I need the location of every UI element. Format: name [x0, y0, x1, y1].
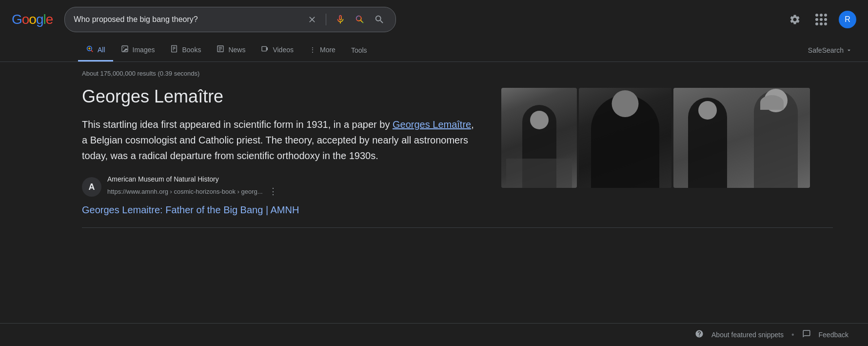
search-divider [326, 14, 326, 25]
source-options-button[interactable]: ⋮ [267, 184, 279, 199]
search-bar[interactable]: Who proposed the big bang theory? [64, 7, 396, 32]
source-favicon: A [82, 177, 101, 197]
tab-news[interactable]: News [209, 39, 253, 61]
tab-more-label: More [320, 46, 335, 54]
voice-search-button[interactable] [333, 12, 348, 27]
feedback-label: Feedback [819, 331, 848, 339]
tab-all[interactable]: All [78, 39, 113, 61]
snippet-body-text-before: This startling idea first appeared in sc… [82, 119, 393, 130]
feedback-link[interactable]: Feedback [819, 331, 848, 339]
snippet-image-2[interactable] [579, 88, 671, 188]
svg-point-2 [123, 47, 124, 48]
books-icon [170, 45, 178, 54]
images-icon [121, 45, 129, 54]
videos-icon [261, 45, 269, 54]
apps-button[interactable] [812, 11, 830, 28]
news-icon [217, 45, 224, 54]
tab-news-label: News [228, 46, 245, 54]
main-content: About 175,000,000 results (0.39 seconds)… [0, 62, 868, 244]
tools-button[interactable]: Tools [343, 41, 375, 60]
search-submit-button[interactable] [372, 12, 387, 27]
about-snippets-label: About featured snippets [711, 331, 784, 339]
snippet-result-link[interactable]: Georges Lemaitre: Father of the Big Bang… [82, 204, 482, 216]
header: Google Who proposed the big bang theory? [0, 0, 868, 39]
source-url-row: https://www.amnh.org › cosmic-horizons-b… [107, 184, 279, 199]
snippet-inline-link[interactable]: Georges Lemaître [393, 119, 471, 130]
chevron-down-icon [846, 47, 852, 54]
svg-rect-11 [262, 46, 266, 51]
snippet-text-area: Georges Lemaître This startling idea fir… [82, 86, 482, 216]
user-avatar[interactable]: R [839, 11, 856, 28]
all-icon [86, 45, 94, 54]
tab-videos-label: Videos [273, 46, 294, 54]
clear-search-button[interactable] [305, 13, 319, 26]
snippet-images [501, 88, 810, 216]
search-input[interactable]: Who proposed the big bang theory? [74, 15, 300, 24]
featured-snippet: Georges Lemaître This startling idea fir… [82, 86, 833, 228]
snippet-body: This startling idea first appeared in sc… [82, 117, 482, 163]
snippet-source: A American Museum of Natural History htt… [82, 175, 482, 199]
tab-videos[interactable]: Videos [253, 39, 301, 61]
about-featured-snippets-link[interactable]: About featured snippets [711, 331, 784, 339]
source-name: American Museum of Natural History [107, 175, 279, 183]
safe-search-label: SafeSearch [808, 46, 844, 54]
nav-bar: All Images Books News Videos ⋮ More Tool… [0, 39, 868, 62]
source-info: American Museum of Natural History https… [107, 175, 279, 199]
snippet-image-3[interactable] [673, 88, 810, 188]
bottom-bar: About featured snippets • Feedback [0, 323, 868, 346]
results-count: About 175,000,000 results (0.39 seconds) [82, 70, 856, 77]
tab-more[interactable]: ⋮ More [301, 40, 343, 61]
apps-grid-icon [815, 14, 827, 25]
settings-button[interactable] [786, 11, 804, 28]
tab-images[interactable]: Images [113, 39, 163, 61]
help-icon [695, 329, 704, 340]
snippet-image-1[interactable] [501, 88, 577, 188]
tab-images-label: Images [133, 46, 155, 54]
separator: • [791, 330, 794, 339]
tab-books[interactable]: Books [162, 39, 209, 61]
source-url-text: https://www.amnh.org › cosmic-horizons-b… [107, 188, 263, 195]
snippet-title: Georges Lemaître [82, 86, 482, 107]
tab-all-label: All [98, 46, 105, 54]
safe-search[interactable]: SafeSearch [804, 41, 856, 60]
tab-books-label: Books [182, 46, 201, 54]
google-logo: Google [12, 12, 53, 27]
lens-search-button[interactable] [353, 12, 367, 27]
more-icon: ⋮ [309, 46, 316, 54]
header-right: R [786, 11, 856, 28]
feedback-icon [802, 329, 811, 340]
